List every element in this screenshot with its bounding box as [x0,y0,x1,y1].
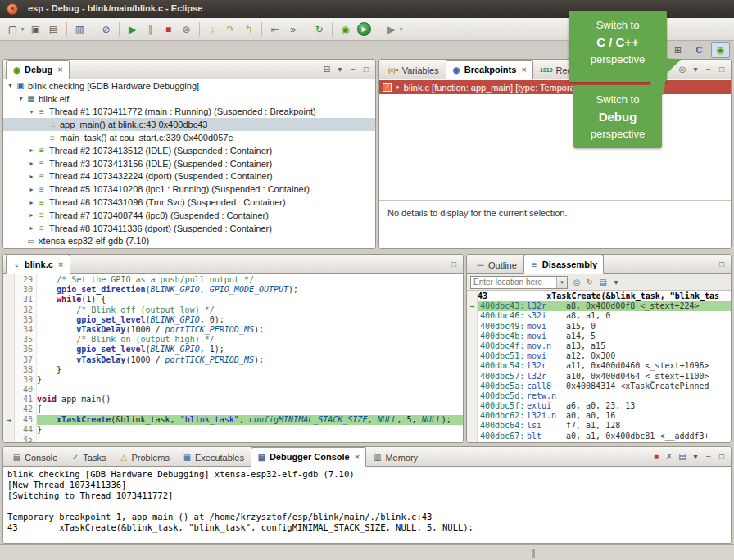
locate-pc-icon[interactable]: ◎ [572,278,582,287]
mnemonic: extui [527,401,566,411]
tab-memory[interactable]: ▥Memory [366,449,424,466]
thread-item[interactable]: ▸≡Thread #5 1073410208 (ipc1 : Running) … [3,183,375,196]
drop-to-frame-button[interactable]: ⇤ [266,20,283,38]
new-wizard-dropdown-icon[interactable]: ▾ [19,20,26,38]
combo-dropdown-icon[interactable]: ▾ [556,277,567,288]
thread-item[interactable]: ▸≡Thread #2 1073413512 (IDLE) (Suspended… [3,144,375,157]
minimize-icon[interactable]: − [348,65,358,74]
stack-frame-item[interactable]: →app_main() at blink.c:43 0x400dbc43 [3,118,375,131]
step-over-button[interactable]: ↷ [222,20,239,38]
close-tab-icon[interactable]: ✕ [58,261,64,269]
save-all-button[interactable]: ▤ [45,20,62,38]
minimize-icon[interactable]: − [436,260,446,269]
remove-launch-icon[interactable]: ✗ [664,452,674,461]
location-input[interactable] [471,278,556,287]
tab-outline[interactable]: ≔Outline [469,256,523,273]
thread-item[interactable]: ▸≡Thread #7 1073408744 (ipc0) (Suspended… [3,209,375,222]
maximize-icon[interactable]: □ [717,65,727,74]
tab-blink-c[interactable]: cblink.c✕ [6,255,70,274]
breakpoints-list[interactable]: ✓ ● blink.c [function: app_main] [type: … [379,79,731,201]
debug-perspective-button[interactable]: ◉ [711,42,730,58]
expand-arrow-icon[interactable]: ▾ [27,108,36,115]
tab-debug[interactable]: ◉Debug✕ [6,60,70,79]
breakpoint-checkbox[interactable]: ✓ [383,83,392,92]
terminate-button[interactable]: ■ [160,20,177,38]
step-into-button[interactable]: ↓ [204,20,221,38]
maximize-icon[interactable]: □ [361,65,371,74]
console-output[interactable]: blink checking [GDB Hardware Debugging] … [3,467,731,543]
tab-disassembly[interactable]: ≡Disassembly [523,255,604,274]
view-menu-icon[interactable]: ▾ [691,452,700,461]
close-tab-icon[interactable]: ✕ [57,66,63,74]
mnemonic: call8 [527,382,566,391]
sash-handle[interactable] [532,549,535,558]
stack-frame-item[interactable]: ≡main_task() at cpu_start.c:339 0x400d05… [3,131,375,144]
thread-item[interactable]: ▾≡Thread #1 1073411772 (main : Running) … [3,106,375,119]
tab-debugger-console[interactable]: ▤Debugger Console✕ [251,447,367,467]
tab-executables[interactable]: ▦Executables [176,449,251,466]
suspend-button[interactable]: ∥ [142,20,159,38]
program-item[interactable]: ▾▦blink.elf [3,93,375,106]
breakpoint-details-pane: No details to display for the current se… [379,201,731,225]
restart-button[interactable]: ↻ [310,20,328,38]
disassembly-content[interactable]: 43 xTaskCreate(&blink_task, "blink_tas→4… [467,291,731,442]
code-text: while(1) { [37,295,463,305]
view-menu-icon[interactable]: ▾ [611,278,621,287]
expand-arrow-icon[interactable]: ▸ [27,199,36,206]
window-close-button[interactable]: ✕ [7,3,18,15]
expand-arrow-icon[interactable]: ▸ [27,186,36,193]
terminate-icon[interactable]: ■ [651,452,661,461]
mnemonic: s32i [527,311,566,321]
launch-item[interactable]: ▾▣blink checking [GDB Hardware Debugging… [3,79,375,93]
disconnect-button[interactable]: ⊗ [178,20,195,38]
view-menu-icon[interactable]: ▾ [335,65,345,74]
maximize-icon[interactable]: □ [449,260,459,269]
open-console-icon[interactable]: ▤ [677,452,687,461]
code-editor[interactable]: 29 /* Set the GPIO as a push/pull output… [3,274,463,442]
location-combo[interactable]: ▾ [470,276,568,289]
expand-arrow-icon[interactable]: ▸ [27,147,36,154]
maximize-icon[interactable]: □ [717,452,727,461]
tab-variables[interactable]: (x)=Variables [382,61,446,79]
tab-problems[interactable]: △Problems [112,449,175,466]
external-tools-dropdown-icon[interactable]: ▾ [397,20,405,38]
minimize-icon[interactable]: − [704,452,714,461]
tab-console[interactable]: ▤Console [6,449,64,466]
refresh-icon[interactable]: ↻ [585,278,595,287]
thread-item[interactable]: ▸≡Thread #6 1073431096 (Tmr Svc) (Suspen… [3,196,375,209]
thread-item[interactable]: ▸≡Thread #8 1073411336 (dport) (Suspende… [3,222,375,235]
line-number: 40 [15,385,37,395]
gdb-process-item[interactable]: ▭xtensa-esp32-elf-gdb (7.10) [3,235,375,248]
minimize-icon[interactable]: − [704,260,714,269]
expand-arrow-icon[interactable]: ▸ [27,224,36,232]
print-button[interactable]: ▥ [71,20,88,38]
expand-arrow-icon[interactable]: ▾ [6,82,15,89]
close-tab-icon[interactable]: ✕ [521,66,527,74]
maximize-icon[interactable]: □ [717,260,727,269]
instruction-stepping-button[interactable]: » [284,20,301,38]
thread-item[interactable]: ▸≡Thread #4 1073432224 (dport) (Suspende… [3,170,375,183]
disassembly-ruler [467,332,478,341]
tab-breakpoints[interactable]: ◉Breakpoints✕ [446,60,533,79]
expand-arrow-icon[interactable]: ▾ [16,95,25,102]
debug-button[interactable]: ◉ [337,20,354,38]
collapse-all-icon[interactable]: ⊟ [322,65,332,74]
close-tab-icon[interactable]: ✕ [355,454,360,461]
expand-arrow-icon[interactable]: ▸ [27,160,36,167]
run-button[interactable]: ▶ [357,22,371,36]
operands: a13, a15 [566,341,731,351]
skip-all-breakpoints-button[interactable]: ⊘ [97,20,115,38]
step-return-button[interactable]: ↰ [240,20,257,38]
show-source-icon[interactable]: ▤ [598,278,608,287]
breakpoint-row[interactable]: ✓ ● blink.c [function: app_main] [type: … [379,80,731,94]
resume-button[interactable]: ▶ [124,20,141,38]
debug-tree[interactable]: ▾▣blink checking [GDB Hardware Debugging… [3,79,375,248]
expand-arrow-icon[interactable]: ▸ [27,173,36,180]
view-menu-icon[interactable]: ▾ [691,65,700,74]
tab-tasks[interactable]: ✓Tasks [64,449,112,466]
minimize-icon[interactable]: − [704,65,714,74]
save-button[interactable]: ▣ [27,20,44,38]
thread-item[interactable]: ▸≡Thread #3 1073413156 (IDLE) (Suspended… [3,157,375,170]
cpp-perspective-button[interactable]: C [690,42,709,58]
expand-arrow-icon[interactable]: ▸ [27,211,36,219]
